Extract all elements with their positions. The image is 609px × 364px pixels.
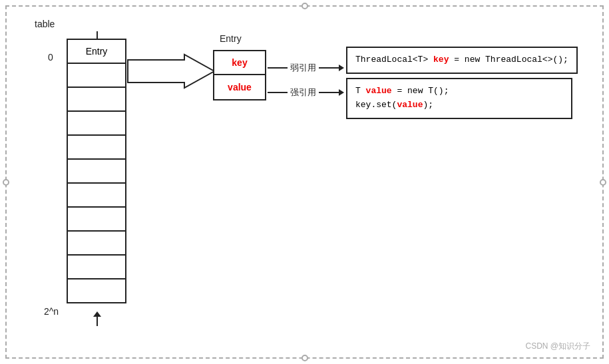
arrow-head-up <box>93 311 101 317</box>
weak-ref-line <box>268 67 288 69</box>
table-label: table <box>35 19 55 29</box>
table-cell-10 <box>67 278 126 303</box>
code-threadlocal-prefix: ThreadLocal<T> <box>355 55 433 65</box>
table-cell-4 <box>67 134 126 160</box>
entry-label: Entry <box>220 33 242 44</box>
table-cell-5 <box>67 158 126 184</box>
svg-marker-0 <box>128 55 214 88</box>
table-container: Entry <box>67 40 126 303</box>
bottom-arrow <box>93 311 101 326</box>
border-circle-top <box>302 3 308 9</box>
strong-ref-arrowhead <box>339 89 344 96</box>
border-circle-left <box>3 179 9 186</box>
table-cell-3 <box>67 110 126 136</box>
table-cell-2 <box>67 87 126 112</box>
table-cell-9 <box>67 254 126 279</box>
entry-value: value <box>214 75 265 99</box>
cell-index-2n: 2^n <box>44 306 59 317</box>
code-box-key: ThreadLocal<T> key = new ThreadLocal<>()… <box>346 47 578 74</box>
arrow-line-v-bottom <box>97 317 98 326</box>
strong-ref-label: 强引用 <box>290 87 316 98</box>
table-cell-0: Entry <box>67 39 126 64</box>
strong-ref-line <box>268 92 288 93</box>
table-cell-1 <box>67 63 126 88</box>
code-key-word: key <box>433 55 449 65</box>
strong-ref-line2 <box>319 92 339 93</box>
entry-box: key value <box>213 50 266 100</box>
code-threadlocal-suffix: = new ThreadLocal<>(); <box>449 55 568 65</box>
watermark: CSDN @知识分子 <box>525 341 590 352</box>
weak-ref-arrowhead <box>339 65 344 71</box>
table-cell-6 <box>67 182 126 208</box>
weak-ref-line2 <box>319 67 339 69</box>
strong-ref-arrow: 强引用 <box>268 87 344 98</box>
border-circle-right <box>600 179 606 186</box>
border-circle-bottom <box>302 355 308 361</box>
weak-ref-arrow: 弱引用 <box>268 62 344 74</box>
cell-index-0: 0 <box>48 52 53 63</box>
table-cell-8 <box>67 230 126 256</box>
code-box-value: T value = new T(); key.set(value); <box>346 78 572 119</box>
weak-ref-label: 弱引用 <box>290 62 316 74</box>
big-arrow-svg <box>128 55 214 88</box>
entry-key: key <box>214 51 265 75</box>
table-cell-7 <box>67 206 126 232</box>
code-value-line1: T value = new T(); <box>355 85 563 98</box>
code-value-line2: key.set(value); <box>355 98 563 112</box>
